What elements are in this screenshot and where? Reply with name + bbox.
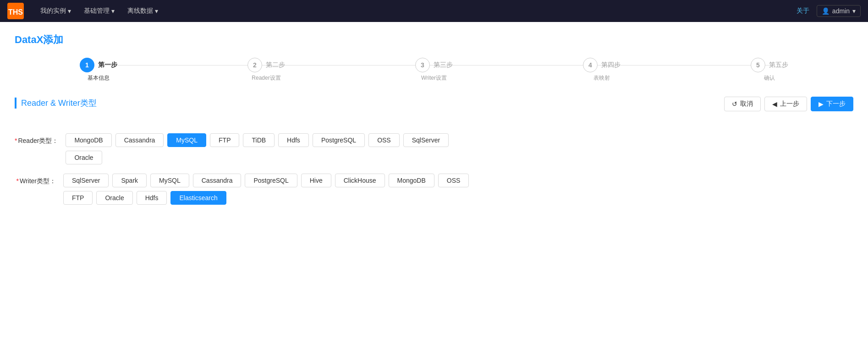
writer-options-group: SqlServerSparkMySQLCassandraPostgreSQLHi… [63,174,476,205]
prev-button[interactable]: ◀ 上一步 [764,97,807,111]
step-3-label: 第三步 [434,61,453,69]
writer-option-sqlserver[interactable]: SqlServer [63,174,109,187]
nav-menu: 我的实例 ▾ 基础管理 ▾ 离线数据 ▾ [35,4,164,18]
writer-option-oracle[interactable]: Oracle [96,191,132,205]
writer-option-ftp[interactable]: FTP [63,191,93,205]
reader-option-sqlserver[interactable]: SqlServer [403,133,449,147]
page-title: DataX添加 [15,33,853,47]
step-2: 2 第二步 Reader设置 [182,58,350,82]
step-4-sublabel: 表映射 [593,74,610,82]
step-2-circle: 2 [247,58,262,72]
step-1: 1 第一步 基本信息 [15,58,182,82]
step-5-label: 第五步 [769,61,788,69]
section-row: Reader & Writer类型 ↺ 取消 ◀ 上一步 ▶ 下一步 [15,97,853,122]
reader-option-oss[interactable]: OSS [368,133,400,147]
step-4: 4 第四步 表映射 [518,58,686,82]
writer-option-hdfs[interactable]: Hdfs [137,191,167,205]
reader-option-postgresql[interactable]: PostgreSQL [313,133,365,147]
step-5-sublabel: 确认 [764,74,775,82]
user-menu[interactable]: 👤 admin ▾ [817,5,861,17]
reader-option-mysql[interactable]: MySQL [167,133,206,147]
nav-item-my-instance[interactable]: 我的实例 ▾ [35,4,77,18]
step-3-sublabel: Writer设置 [421,74,447,82]
reader-options-group: MongoDBCassandraMySQLFTPTiDBHdfsPostgreS… [66,133,478,164]
cancel-button[interactable]: ↺ 取消 [724,97,761,111]
writer-label: *Writer类型： [15,174,56,185]
step-5: 5 第五步 确认 [686,58,853,82]
step-3: 3 第三步 Writer设置 [350,58,518,82]
action-buttons: ↺ 取消 ◀ 上一步 ▶ 下一步 [724,97,853,111]
chevron-down-icon: ▾ [68,7,71,15]
next-button[interactable]: ▶ 下一步 [811,97,853,111]
writer-type-row: *Writer类型： SqlServerSparkMySQLCassandraP… [15,174,853,205]
reader-option-hdfs[interactable]: Hdfs [278,133,309,147]
nav-item-basic-mgmt[interactable]: 基础管理 ▾ [78,4,120,18]
chevron-down-icon: ▾ [111,7,115,15]
reader-label: *Reader类型： [15,133,58,145]
navbar-right: 关于 👤 admin ▾ [797,5,861,17]
step-2-label: 第二步 [266,61,285,69]
writer-option-clickhouse[interactable]: ClickHouse [335,174,385,187]
writer-required-mark: * [16,177,18,185]
prev-icon: ◀ [772,100,777,108]
next-icon: ▶ [819,100,824,108]
step-1-circle: 1 [80,58,94,72]
logo-icon: THS [7,3,24,19]
reader-option-ftp[interactable]: FTP [210,133,239,147]
cancel-icon: ↺ [732,100,737,108]
step-2-sublabel: Reader设置 [252,74,280,82]
step-1-label: 第一步 [98,61,117,69]
step-3-circle: 3 [415,58,430,72]
chevron-down-icon: ▾ [155,7,158,15]
section-title: Reader & Writer类型 [15,98,97,109]
step-4-circle: 4 [583,58,598,72]
nav-item-offline-data[interactable]: 离线数据 ▾ [122,4,164,18]
reader-option-cassandra[interactable]: Cassandra [115,133,164,147]
chevron-down-icon: ▾ [852,7,856,15]
navbar-left: THS 我的实例 ▾ 基础管理 ▾ 离线数据 ▾ [7,3,164,19]
writer-option-mongodb[interactable]: MongoDB [389,174,434,187]
navbar: THS 我的实例 ▾ 基础管理 ▾ 离线数据 ▾ 关于 👤 admin ▾ [0,0,868,22]
writer-option-cassandra[interactable]: Cassandra [193,174,242,187]
page-content: DataX添加 1 第一步 基本信息 2 第二步 Reader设置 3 第三步 … [0,22,868,225]
writer-option-hive[interactable]: Hive [301,174,331,187]
reader-option-mongodb[interactable]: MongoDB [66,133,111,147]
writer-option-spark[interactable]: Spark [112,174,147,187]
svg-text:THS: THS [8,8,23,16]
steps-container: 1 第一步 基本信息 2 第二步 Reader设置 3 第三步 Writer设置… [15,58,853,82]
reader-option-oracle[interactable]: Oracle [66,151,102,164]
about-link[interactable]: 关于 [797,7,809,15]
writer-option-oss[interactable]: OSS [438,174,469,187]
reader-required-mark: * [15,137,17,144]
step-5-circle: 5 [751,58,765,72]
step-1-sublabel: 基本信息 [88,74,110,82]
writer-option-postgresql[interactable]: PostgreSQL [245,174,297,187]
step-4-label: 第四步 [601,61,621,69]
writer-option-mysql[interactable]: MySQL [150,174,189,187]
reader-type-row: *Reader类型： MongoDBCassandraMySQLFTPTiDBH… [15,133,853,164]
user-icon: 👤 [822,7,830,15]
reader-option-tidb[interactable]: TiDB [243,133,275,147]
writer-option-elasticsearch[interactable]: Elasticsearch [170,191,226,205]
